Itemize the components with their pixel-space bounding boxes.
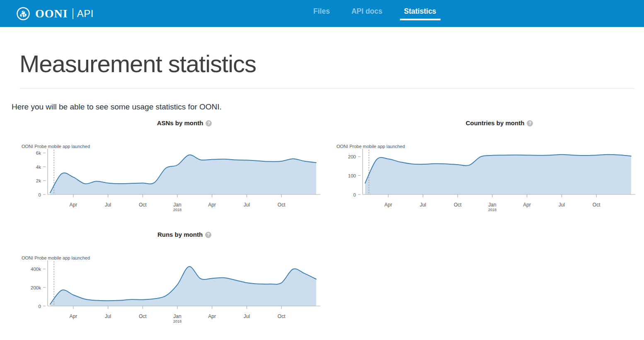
chart-title: Runs by month [157,231,203,238]
svg-text:Jul: Jul [559,202,565,208]
brand-sub-name: API [77,8,94,19]
asns-area-chart[interactable]: OONI Probe mobile app launched02k4k6kApr… [17,142,323,214]
ooni-octopus-logo-icon [17,7,30,20]
nav-item-statistics[interactable]: Statistics [400,0,441,20]
svg-text:Jan: Jan [488,202,496,208]
svg-text:Apr: Apr [523,202,531,208]
chart-title-row: Countries by month? [332,119,638,127]
svg-text:OONI Probe mobile app launched: OONI Probe mobile app launched [337,144,405,149]
svg-text:Oct: Oct [139,313,147,319]
svg-text:Apr: Apr [69,202,77,208]
brand-separator [73,8,73,19]
chart-countries-by-month: Countries by month? OONI Probe mobile ap… [322,119,644,214]
svg-text:Jul: Jul [420,202,426,208]
svg-text:Jul: Jul [244,313,250,319]
svg-text:200k: 200k [31,285,41,290]
svg-text:Apr: Apr [208,313,216,319]
svg-text:2018: 2018 [173,319,182,323]
svg-text:Jan: Jan [173,202,181,208]
svg-text:4k: 4k [36,164,41,169]
svg-text:Oct: Oct [278,313,286,319]
chart-asns-by-month: ASNs by month? OONI Probe mobile app lau… [0,119,322,214]
svg-text:2018: 2018 [488,208,496,212]
svg-text:Apr: Apr [208,202,216,208]
chart-title: ASNs by month [157,119,203,126]
runs-area-chart[interactable]: OONI Probe mobile app launched0200k400kA… [17,254,323,325]
svg-text:100: 100 [348,173,356,178]
svg-text:Jul: Jul [105,202,111,208]
charts-grid: ASNs by month? OONI Probe mobile app lau… [0,119,644,325]
help-icon[interactable]: ? [205,232,211,238]
countries-area-chart[interactable]: OONI Probe mobile app launched0100200Apr… [332,142,638,214]
svg-text:6k: 6k [36,151,41,155]
svg-text:2018: 2018 [173,208,182,212]
svg-text:0: 0 [39,192,41,197]
title-divider [19,88,634,89]
svg-text:Jul: Jul [244,202,250,208]
chart-title-row: ASNs by month? [17,119,323,127]
svg-text:400k: 400k [31,267,41,272]
main-nav: Files API docs Statistics [303,0,447,27]
svg-text:0: 0 [39,304,41,308]
svg-text:2k: 2k [36,178,41,183]
svg-text:Apr: Apr [69,313,77,319]
svg-text:OONI Probe mobile app launched: OONI Probe mobile app launched [22,255,90,260]
svg-text:0: 0 [353,192,356,197]
brand-name: OONI [35,7,68,20]
top-navbar: OONI API Files API docs Statistics [0,0,644,27]
brand-home-link[interactable]: OONI API [17,7,94,20]
chart-runs-by-month: Runs by month? OONI Probe mobile app lau… [0,231,322,325]
chart-title: Countries by month [466,119,525,126]
intro-text: Here you will be able to see some usage … [12,102,644,112]
svg-text:Oct: Oct [593,202,600,208]
nav-item-files[interactable]: Files [309,0,334,19]
svg-text:Oct: Oct [278,202,286,208]
svg-text:Apr: Apr [384,202,392,208]
nav-item-api-docs[interactable]: API docs [347,0,387,19]
svg-text:Jan: Jan [173,313,181,319]
svg-text:OONI Probe mobile app launched: OONI Probe mobile app launched [22,144,90,149]
page-title: Measurement statistics [19,50,644,78]
svg-text:Oct: Oct [454,202,462,208]
help-icon[interactable]: ? [527,120,533,126]
svg-text:200: 200 [348,154,356,159]
help-icon[interactable]: ? [206,120,212,126]
svg-text:Jul: Jul [105,313,111,319]
svg-text:Oct: Oct [139,202,147,208]
chart-title-row: Runs by month? [17,231,323,238]
